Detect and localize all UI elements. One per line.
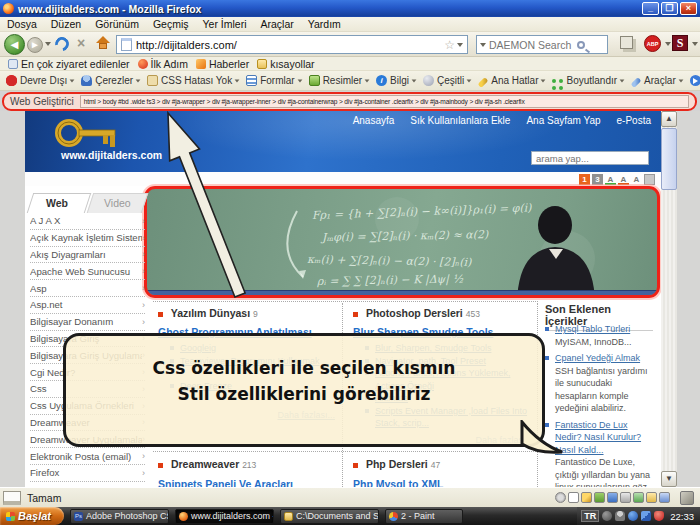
wd-disable[interactable]: Devre Dışı (6, 75, 75, 86)
scroll-down-button[interactable]: ▼ (661, 471, 677, 487)
web-search-input[interactable] (489, 39, 575, 51)
wd-cookies[interactable]: Çerezler (81, 75, 141, 86)
wd-miscellaneous[interactable]: Çeşitli (423, 75, 472, 86)
badge-1-icon[interactable]: 1 (579, 174, 590, 185)
gear-icon[interactable] (555, 492, 566, 503)
history-dropdown-icon[interactable] (45, 42, 51, 46)
menu-yardim[interactable]: Yardım (301, 18, 348, 30)
bookmark-kisayollar[interactable]: kısayollar (257, 58, 314, 70)
vertical-scrollbar[interactable]: ▲ ▼ (661, 111, 677, 487)
forward-button[interactable]: ► (27, 37, 43, 53)
taskbar-button-firefox[interactable]: www.dijitalders.com -... (175, 509, 274, 524)
site-search-input[interactable] (531, 151, 649, 165)
save-icon[interactable] (607, 492, 618, 503)
headline-snippets[interactable]: Snippets Paneli Ve Araçları (158, 478, 293, 487)
scrollbar-thumb[interactable] (661, 128, 677, 190)
pencil-icon[interactable] (581, 492, 592, 503)
stylish-dropdown-icon[interactable] (692, 42, 698, 46)
search-engine-dropdown-icon[interactable] (480, 43, 486, 47)
print-icon[interactable] (644, 174, 655, 185)
scroll-up-button[interactable]: ▲ (661, 111, 677, 127)
latest-item-fantastico[interactable]: Fantastico De Lux Nedir? Nasıl Kurulur? … (545, 419, 655, 488)
headline-php-mysql[interactable]: Php Mysql to XML (353, 478, 443, 487)
sidebar-item-aspnet[interactable]: Asp.net› (30, 297, 145, 314)
start-button[interactable]: Başlat (0, 507, 64, 525)
menu-gorunum[interactable]: Görünüm (88, 18, 146, 30)
tab-web[interactable]: Web (46, 197, 68, 209)
hide-icons-icon[interactable] (602, 511, 612, 521)
stylish-icon[interactable]: S (672, 35, 688, 51)
home-button[interactable] (99, 43, 107, 49)
url-input[interactable] (136, 39, 444, 51)
sidebar-item-apache[interactable]: Apache Web Sunucusu› (30, 263, 145, 280)
latest-item-cpanel[interactable]: Cpanel Yedeği Almak SSH bağlantısı yardı… (545, 352, 655, 415)
user-tray-icon[interactable] (615, 511, 625, 521)
sidebar-item-donanim[interactable]: Bilgisayar Donanım› (30, 314, 145, 331)
font-normal-icon[interactable]: A (631, 174, 642, 185)
wd-resize[interactable]: Boyutlandır (552, 75, 625, 86)
back-button[interactable]: ◄ (4, 34, 25, 55)
site-domain[interactable]: www.dijitalders.com (61, 149, 162, 161)
wd-forms[interactable]: Formlar (246, 75, 302, 86)
adblock-plus-icon[interactable]: ABP (644, 35, 661, 52)
wd-images[interactable]: Resimler (309, 75, 370, 86)
bookmark-ilk-adim[interactable]: İlk Adım (138, 58, 188, 70)
element-info-icon[interactable] (3, 491, 21, 505)
language-indicator[interactable]: TR (581, 510, 599, 522)
menu-yerimleri[interactable]: Yer İmleri (196, 18, 254, 30)
menu-araclar[interactable]: Araçlar (253, 18, 300, 30)
close-button[interactable]: × (680, 2, 697, 15)
taskbar-button-paint[interactable]: 2 - Paint (385, 509, 463, 524)
folder-small-icon[interactable] (646, 492, 657, 503)
wd-information[interactable]: iBilgi (376, 75, 417, 86)
abp-dropdown-icon[interactable] (665, 42, 671, 46)
wrench-icon[interactable] (680, 491, 694, 505)
refresh-icon[interactable] (633, 492, 644, 503)
taskbar-button-explorer[interactable]: C:\Documents and Se... (280, 509, 379, 524)
bookmark-star-icon[interactable]: ☆ (444, 38, 455, 52)
printer-icon[interactable] (620, 492, 631, 503)
home-icon[interactable] (96, 36, 110, 43)
font-smaller-icon[interactable]: A (618, 174, 629, 185)
stop-button[interactable]: × (77, 35, 85, 51)
wd-tools[interactable]: Araçlar (631, 75, 684, 86)
menu-duzen[interactable]: Düzen (44, 18, 88, 30)
wd-outline[interactable]: Ana Hatlar (478, 75, 546, 86)
search-icon[interactable] (577, 41, 585, 49)
cursor-icon[interactable] (659, 492, 670, 503)
font-larger-icon[interactable]: A (605, 174, 616, 185)
nav-eposta[interactable]: e-Posta (617, 115, 651, 126)
menu-dosya[interactable]: Dosya (0, 18, 44, 30)
taskbar-button-photoshop[interactable]: Ps Adobe Photoshop CS... (70, 509, 169, 524)
bookmark-haberler[interactable]: Haberler (196, 58, 249, 70)
sidebar-item-asp[interactable]: Asp› (30, 280, 145, 297)
network-tray-icon[interactable] (628, 511, 638, 521)
palette-icon[interactable] (594, 492, 605, 503)
tabs-list-icon[interactable] (620, 36, 633, 49)
sidebar-item-firefox[interactable]: Firefox› (30, 465, 145, 482)
latest-item-mysql[interactable]: Mysql Tablo Türleri MyISAM, InnoDB... (545, 323, 655, 348)
clock[interactable]: 22:33 (670, 511, 694, 522)
nav-anasayfa[interactable]: Anasayfa (353, 115, 395, 126)
sidebar-item-ajax[interactable]: A J A X› (30, 213, 145, 230)
bookmark-most-visited[interactable]: En çok ziyaret edilenler (8, 58, 130, 70)
sidebar-item-acik-kaynak[interactable]: Açık Kaynak İşletim Sistemleri› (30, 230, 145, 247)
wd-viewsource[interactable]: Kaynağı Göster (690, 75, 700, 86)
tab-video[interactable]: Video (104, 197, 131, 209)
monitors-tray-icon[interactable] (641, 511, 651, 521)
dom-path[interactable]: html > body #bd .wide fs3 > div #ja-wrap… (80, 95, 689, 108)
url-dropdown-icon[interactable] (457, 43, 463, 47)
selected-banner-image[interactable]: Fρ₁ = {h + ∑[2]ₙ(i) − k∞(i)]}ρ₁(i) = φ(i… (144, 186, 660, 298)
minimize-button[interactable]: _ (642, 2, 659, 15)
nav-sik-kullanilanlara-ekle[interactable]: Sık Kullanılanlara Ekle (410, 115, 510, 126)
sidebar-item-akis-diyagramlari[interactable]: Akış Diyagramları› (30, 247, 145, 264)
nav-ana-sayfam-yap[interactable]: Ana Sayfam Yap (526, 115, 600, 126)
restore-button[interactable]: ❐ (661, 2, 678, 15)
sidebar-item-eposta[interactable]: Elektronik Posta (email)› (30, 448, 145, 465)
security-shield-icon[interactable] (654, 511, 664, 521)
banner-base-bar (147, 290, 657, 295)
wd-css[interactable]: CSS Hatası Yok (147, 75, 240, 86)
menu-gecmis[interactable]: Geçmiş (146, 18, 196, 30)
badge-3-icon[interactable]: 3 (592, 174, 603, 185)
document-icon[interactable] (568, 492, 579, 503)
